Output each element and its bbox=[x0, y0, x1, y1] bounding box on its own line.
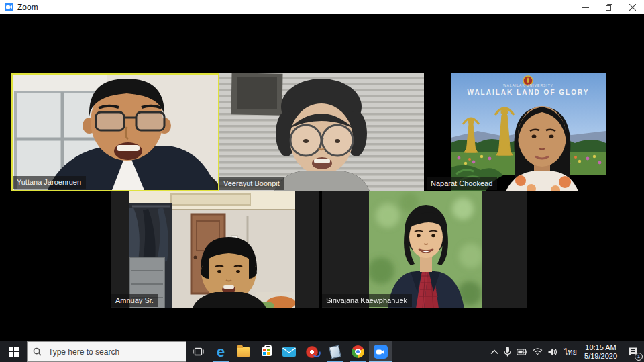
windows-taskbar: e bbox=[0, 341, 644, 362]
participant-tile-amnuay[interactable]: Amnuay Sr. bbox=[111, 191, 319, 308]
participant-name-label: Naparat Chookead bbox=[427, 177, 497, 190]
zoom-gallery-view: Yuttana Jaroenruen bbox=[0, 14, 644, 341]
chevron-up-icon bbox=[490, 349, 498, 355]
participant-tile-veerayut[interactable]: Veerayut Boonpit bbox=[219, 73, 424, 191]
mail-icon bbox=[282, 347, 296, 357]
participant-video bbox=[13, 75, 218, 190]
zoom-app-icon bbox=[5, 3, 13, 11]
system-tray: ไทย 10:15 AM 5/19/2020 1 bbox=[488, 341, 644, 362]
taskbar-app-edge[interactable]: e bbox=[209, 341, 232, 362]
clock-date: 5/19/2020 bbox=[584, 352, 617, 361]
restore-button[interactable] bbox=[597, 0, 621, 14]
participant-video bbox=[369, 191, 482, 308]
red-disc-icon bbox=[305, 344, 320, 359]
taskbar-app-zoom[interactable] bbox=[369, 341, 392, 362]
participant-name-label: Sirivajana Kaewphanuek bbox=[322, 294, 412, 307]
taskbar-clock[interactable]: 10:15 AM 5/19/2020 bbox=[580, 343, 621, 361]
wifi-icon bbox=[533, 348, 543, 355]
participant-tile-naparat[interactable]: WALAILAK UNIVERSITY WALAILAK LAND OF GLO… bbox=[424, 73, 631, 191]
action-center-button[interactable]: 1 bbox=[621, 341, 644, 362]
tray-wifi[interactable] bbox=[530, 341, 545, 362]
taskbar-app-store[interactable] bbox=[255, 341, 278, 362]
taskbar-app-media[interactable] bbox=[301, 341, 323, 362]
participant-video bbox=[219, 73, 424, 191]
start-button[interactable] bbox=[0, 341, 27, 362]
taskbar-app-file-explorer[interactable] bbox=[232, 341, 255, 362]
zoom-window-titlebar: Zoom bbox=[0, 0, 644, 14]
participant-person bbox=[451, 73, 606, 191]
battery-charging-icon bbox=[517, 349, 527, 355]
taskbar-search-box[interactable] bbox=[27, 341, 186, 362]
task-view-button[interactable] bbox=[186, 341, 209, 362]
participant-name-label: Veerayut Boonpit bbox=[219, 177, 284, 190]
taskbar-app-chrome[interactable] bbox=[346, 341, 369, 362]
notepad-icon bbox=[329, 345, 341, 359]
participant-tile-yuttana[interactable]: Yuttana Jaroenruen bbox=[11, 73, 219, 191]
chrome-icon bbox=[352, 345, 364, 358]
desktop-screen: Zoom bbox=[0, 0, 644, 362]
search-icon bbox=[33, 347, 42, 356]
participant-name-label: Yuttana Jaroenruen bbox=[13, 176, 86, 189]
minimize-button[interactable] bbox=[574, 0, 597, 14]
microphone-icon bbox=[504, 347, 511, 357]
search-input[interactable] bbox=[47, 347, 171, 357]
speaker-icon bbox=[548, 348, 558, 356]
tray-chevron-button[interactable] bbox=[488, 341, 501, 362]
zoom-taskbar-icon bbox=[374, 345, 388, 359]
notification-count-badge: 1 bbox=[635, 353, 643, 361]
close-button[interactable] bbox=[621, 0, 644, 14]
microsoft-store-icon bbox=[262, 347, 272, 356]
participant-name-label: Amnuay Sr. bbox=[111, 294, 158, 307]
edge-icon: e bbox=[217, 345, 225, 359]
participant-tile-sirivajana[interactable]: Sirivajana Kaewphanuek bbox=[322, 191, 527, 308]
windows-logo-icon bbox=[9, 347, 19, 357]
language-indicator[interactable]: ไทย bbox=[561, 341, 580, 362]
participant-video bbox=[129, 191, 295, 308]
taskbar-app-notepad[interactable] bbox=[323, 341, 346, 362]
file-explorer-icon bbox=[237, 347, 250, 357]
window-title: Zoom bbox=[17, 3, 38, 12]
tray-microphone[interactable] bbox=[501, 341, 514, 362]
tray-battery[interactable] bbox=[514, 341, 530, 362]
tray-volume[interactable] bbox=[545, 341, 561, 362]
taskbar-app-mail[interactable] bbox=[278, 341, 301, 362]
task-view-icon bbox=[193, 347, 204, 357]
clock-time: 10:15 AM bbox=[584, 343, 617, 352]
